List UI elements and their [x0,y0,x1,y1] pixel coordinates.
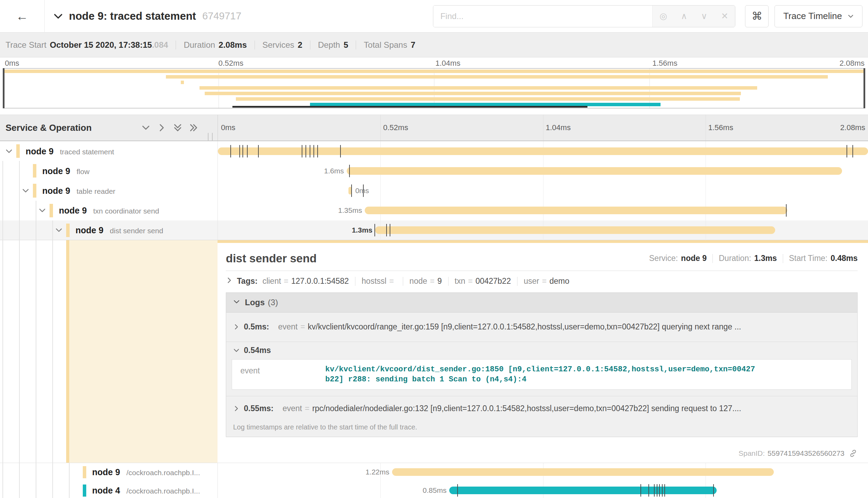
column-resize-grip[interactable] [208,133,213,142]
summary-divider [255,40,255,49]
prev-match-icon[interactable]: ∧ [681,11,687,21]
span-row[interactable]: node 9 traced statement [0,141,868,161]
chevron-right-icon [233,324,240,330]
tag-value: 9 [437,277,442,286]
span-duration-label: 1.22ms [365,468,389,476]
span-row[interactable]: node 9 dist sender send 1.3ms [0,220,868,240]
span-name-cell[interactable]: node 9 txn coordinator send [0,201,218,220]
span-timeline-cell: 1.6ms [218,161,868,181]
service-operation-header: Service & Operation [0,115,218,141]
span-service: node 4 [92,486,120,495]
meta-divider [712,254,713,263]
expand-all-icon[interactable] [189,123,198,132]
span-row[interactable]: node 9 txn coordinator send 1.35ms [0,201,868,220]
span-operation: table reader [77,187,115,195]
span-name-cell[interactable]: node 9 traced statement [0,141,218,161]
find-controls: ◎ ∧ ∨ ✕ [652,6,735,27]
span-rows: node 9 traced statement node 9 flow 1.6m… [0,141,868,240]
timeline-gridline [706,181,706,200]
minimap-left-handle[interactable] [3,68,5,108]
minimap-span-bar [205,92,741,95]
tag-key: txn [455,277,466,286]
deep-link-icon[interactable] [849,449,858,458]
log-field-key: event [283,404,302,413]
log-entry-header[interactable]: 0.54ms [226,342,857,359]
log-entry[interactable]: 0.5ms: event = kv/kvclient/kvcoord/range… [226,313,857,342]
span-bar[interactable] [218,147,868,155]
find-input[interactable] [433,6,652,27]
tags-row[interactable]: Tags: client=127.0.0.1:54582hostssl=node… [226,276,858,287]
span-name: node 9 txn coordinator send [59,206,159,216]
expand-one-level-icon[interactable] [157,123,166,132]
span-row[interactable]: node 4 /cockroach.roachpb.I... 0.85ms [0,481,868,498]
log-fields-table: event kv/kvclient/kvcoord/dist_sender.go… [232,359,852,390]
span-toggle-chevron-icon[interactable] [22,187,29,194]
locate-match-icon[interactable]: ◎ [659,11,667,21]
span-bar[interactable] [347,167,842,175]
indent-guide [19,240,20,463]
span-color-bar [33,184,36,197]
span-id-row: SpanID: 5597415943526560273 [738,449,858,458]
summary-label: Total Spans [364,40,407,50]
summary-value: 2.08ms [219,40,247,50]
span-name: node 9 table reader [42,185,115,196]
logs-header[interactable]: Logs (3) [226,293,857,312]
span-toggle-chevron-icon[interactable] [5,147,13,155]
minimap-canvas[interactable] [3,68,865,108]
minimap-scroll-indicator[interactable] [232,106,587,108]
indent-guide [52,463,53,481]
log-entry[interactable]: 0.55ms: event = rpc/nodedialer/nodediale… [226,396,857,420]
collapse-all-icon[interactable] [173,123,182,132]
span-service: node 9 [42,166,70,175]
trace-view-selector-button[interactable]: Trace Timeline [774,5,862,27]
summary-value: 5 [344,40,348,50]
span-row[interactable]: node 9 /cockroach.roachpb.I... 1.22ms [0,463,868,481]
chevron-down-icon [233,347,240,354]
summary-value: 7 [411,40,415,50]
span-name-cell[interactable]: node 9 flow [0,161,218,181]
tag-value: 00427b22 [476,277,511,286]
span-name-cell[interactable]: node 9 /cockroach.roachpb.I... [0,463,218,481]
collapse-trace-chevron-icon[interactable] [53,11,63,21]
minimap-span-bar [236,97,740,101]
back-button[interactable]: ← [0,0,45,32]
clear-find-icon[interactable]: ✕ [721,11,728,21]
span-bar[interactable] [392,468,774,476]
summary-label: Depth [318,40,340,50]
timeline-gridline [380,181,381,200]
service-operation-title: Service & Operation [6,123,92,133]
span-name-cell[interactable]: node 4 /cockroach.roachpb.I... [0,481,218,498]
minimap-span-bar [3,70,865,73]
page-title: node 9: traced statement [69,10,196,22]
ruler-tick-label: 2.08ms [840,123,865,132]
span-toggle-chevron-icon[interactable] [55,226,63,234]
chevron-right-icon [226,277,233,286]
detail-divider [226,271,858,271]
minimap-span-bar [166,75,828,79]
span-bar[interactable] [449,487,716,494]
log-equals: = [300,322,305,332]
span-toggle-chevron-icon[interactable] [38,207,46,214]
log-field-value: kv/kvclient/kvcoord/dist_sender.go:1850 … [325,364,758,384]
duration-value: 1.3ms [754,254,777,263]
collapse-one-level-icon[interactable] [141,123,150,132]
span-name: node 4 /cockroach.roachpb.I... [92,486,200,496]
span-bar[interactable] [365,207,787,214]
chevron-down-icon [233,298,240,307]
span-color-bar [50,204,53,217]
chevron-down-icon [848,13,854,19]
span-row[interactable]: node 9 flow 1.6ms [0,161,868,181]
indent-guide [2,220,3,240]
minimap-right-handle[interactable] [863,68,865,108]
span-bar[interactable] [375,226,775,234]
span-color-bar [83,466,86,478]
span-name-cell[interactable]: node 9 dist sender send [0,220,218,240]
keyboard-shortcuts-button[interactable]: ⌘ [745,5,769,27]
summary-value: October 15 2020, 17:38:15 [50,40,152,50]
span-row[interactable]: node 9 table reader 0ms [0,181,868,200]
next-match-icon[interactable]: ∨ [701,11,707,21]
span-color-bar [16,144,20,158]
span-name-cell[interactable]: node 9 table reader [0,181,218,200]
tag-equals: = [389,277,394,286]
log-field-value: kv/kvclient/kvcoord/range_iter.go:159 [n… [308,322,741,332]
